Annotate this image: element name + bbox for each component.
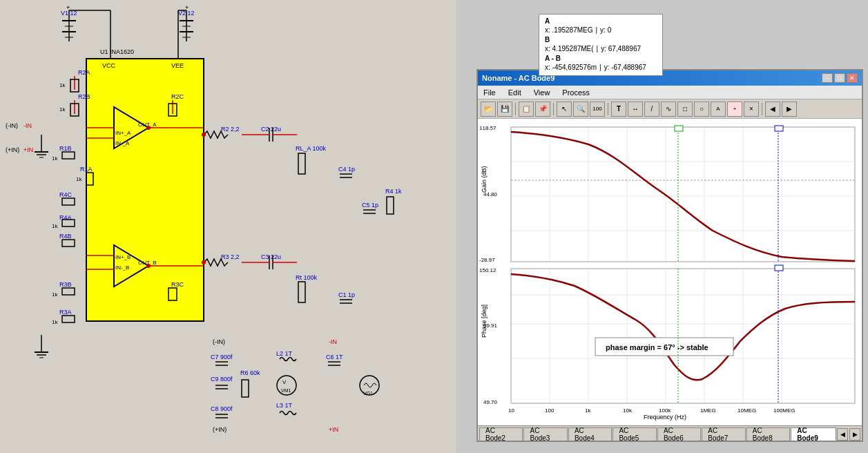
svg-text:100MEG: 100MEG [773, 407, 795, 414]
svg-rect-159 [675, 126, 683, 131]
toolbar-sep-3 [608, 103, 608, 115]
svg-text:U1 INA1620: U1 INA1620 [100, 48, 134, 55]
tab-ac-bode4[interactable]: AC Bode4 [568, 427, 612, 441]
marker-b-tool[interactable]: + [727, 102, 742, 117]
svg-rect-184 [775, 265, 783, 271]
svg-text:Gain (dB): Gain (dB) [481, 166, 488, 193]
svg-text:C5 1p: C5 1p [362, 202, 378, 209]
menu-view[interactable]: View [531, 88, 553, 97]
cursor-b-y: y: 67,488967 [601, 45, 641, 52]
svg-text:(+IN): (+IN) [213, 426, 226, 433]
window-toolbar: 📂 💾 📋 📌 ↖ 🔍 100 T ↔ / ∿ □ ○ A + × ◀ ▶ [478, 99, 862, 119]
svg-rect-0 [86, 59, 204, 321]
close-button[interactable]: ✕ [847, 73, 858, 83]
svg-text:1k: 1k [76, 176, 82, 182]
svg-text:IN+_B: IN+_B [115, 254, 131, 260]
tab-ac-bode8[interactable]: AC Bode8 [746, 427, 790, 441]
toolbar-sep-4 [762, 103, 762, 115]
svg-rect-137 [511, 127, 855, 262]
svg-text:C6 1T: C6 1T [326, 354, 343, 360]
svg-text:-IN: -IN [23, 122, 32, 129]
copy-button[interactable]: 📋 [519, 102, 534, 117]
svg-text:R6 60k: R6 60k [240, 369, 260, 376]
toolbar-sep-2 [553, 103, 554, 115]
svg-text:118.57: 118.57 [479, 125, 496, 131]
svg-text:+IN: +IN [329, 426, 338, 433]
menu-edit[interactable]: Edit [505, 88, 524, 97]
line-tool[interactable]: / [644, 102, 659, 117]
marker-a-tool[interactable]: A [711, 102, 726, 117]
cursor-tool[interactable]: ↖ [557, 102, 572, 117]
svg-text:-28.97: -28.97 [479, 257, 495, 263]
text-tool[interactable]: T [611, 102, 626, 117]
open-button[interactable]: 📂 [481, 102, 496, 117]
svg-rect-89 [298, 282, 305, 302]
tabs-bar: AC Bode2 AC Bode3 AC Bode4 AC Bode5 AC B… [478, 425, 862, 441]
svg-rect-112 [242, 380, 249, 397]
tab-scroll-right[interactable]: ▶ [849, 428, 860, 441]
tab-ac-bode3[interactable]: AC Bode3 [523, 427, 567, 441]
bode-svg: 118.57 44.80 -28.97 Gain (dB) [478, 119, 862, 425]
svg-text:+IN: +IN [23, 146, 33, 153]
restore-button[interactable]: □ [834, 73, 845, 83]
minimize-button[interactable]: – [822, 73, 833, 83]
cursor-a-y: y: 0 [600, 26, 611, 34]
svg-text:L3 1T: L3 1T [276, 402, 293, 409]
svg-text:10: 10 [508, 407, 514, 414]
cursor-diff-x: x: -454,692576m [545, 64, 597, 71]
tab-ac-bode9[interactable]: AC Bode9 [791, 427, 836, 441]
bode-window: A x: .195287MEG | y: 0 B x: 4.195287ME( … [456, 0, 868, 453]
menu-process[interactable]: Process [559, 88, 592, 97]
marker-extra[interactable]: × [744, 102, 759, 117]
tab-scroll-left[interactable]: ◀ [837, 428, 848, 441]
svg-text:R4C: R4C [59, 191, 73, 198]
svg-text:phase margin = 67° -> stable: phase margin = 67° -> stable [606, 343, 708, 351]
bode-plot-window: Noname - AC Bode9 – □ ✕ File Edit View P… [476, 69, 863, 442]
svg-text:R2C: R2C [171, 93, 184, 100]
svg-text:C3 22u: C3 22u [261, 253, 281, 260]
svg-text:10MEG: 10MEG [737, 407, 756, 414]
svg-text:C8 900f: C8 900f [211, 405, 233, 412]
svg-rect-161 [511, 269, 855, 403]
arrow-right[interactable]: ▶ [782, 102, 797, 117]
tab-ac-bode7[interactable]: AC Bode7 [702, 427, 745, 441]
schematic-area: VCC VEE V1 12 + V2 12 + U1 INA1620 IN+_A… [0, 0, 456, 453]
svg-point-93 [202, 133, 206, 137]
tab-scroll-controls: ◀ ▶ [837, 428, 860, 441]
cursor-info-box: A x: .195287MEG | y: 0 B x: 4.195287ME( … [539, 14, 663, 76]
save-button[interactable]: 💾 [497, 102, 512, 117]
svg-text:-IN: -IN [329, 338, 337, 345]
zoom-100-button[interactable]: 100 [590, 102, 605, 117]
measure-tool[interactable]: ↔ [628, 102, 643, 117]
arrow-left[interactable]: ◀ [765, 102, 780, 117]
svg-text:R3B: R3B [59, 281, 72, 288]
tab-ac-bode6[interactable]: AC Bode6 [657, 427, 701, 441]
tab-ac-bode5[interactable]: AC Bode5 [613, 427, 656, 441]
svg-text:VEE: VEE [171, 62, 184, 69]
svg-text:1k: 1k [52, 223, 58, 229]
svg-text:Phase [deg]: Phase [deg] [481, 305, 488, 338]
svg-text:1k: 1k [585, 407, 591, 414]
cursor-a-label: A [545, 17, 553, 25]
svg-text:RL_A 100k: RL_A 100k [296, 145, 327, 152]
cursor-diff: A - B [545, 55, 561, 62]
svg-text:100k: 100k [659, 407, 671, 414]
rect-tool[interactable]: □ [677, 102, 693, 117]
svg-text:R2B: R2B [78, 93, 90, 100]
zoom-in-button[interactable]: 🔍 [573, 102, 588, 117]
svg-text:10k: 10k [623, 407, 633, 414]
svg-rect-160 [775, 126, 783, 131]
curve-tool[interactable]: ∿ [661, 102, 676, 117]
circle-tool[interactable]: ○ [694, 102, 709, 117]
paste-button[interactable]: 📌 [535, 102, 550, 117]
svg-point-96 [202, 260, 206, 264]
svg-text:1MEG: 1MEG [700, 407, 716, 414]
svg-text:49.70: 49.70 [483, 399, 498, 405]
plot-area: 118.57 44.80 -28.97 Gain (dB) [478, 119, 862, 425]
svg-rect-73 [298, 153, 305, 174]
svg-rect-64 [62, 316, 75, 322]
svg-text:1k: 1k [52, 291, 58, 298]
svg-text:C4 1p: C4 1p [338, 166, 355, 173]
menu-file[interactable]: File [481, 88, 499, 97]
tab-ac-bode2[interactable]: AC Bode2 [479, 427, 523, 441]
